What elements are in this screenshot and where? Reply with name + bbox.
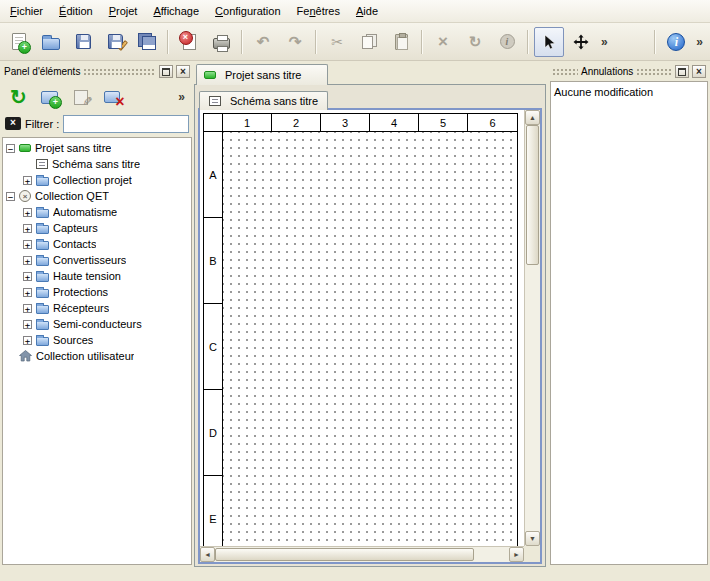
- scroll-up-button[interactable]: [525, 110, 540, 125]
- tree-item-sources[interactable]: Sources: [3, 332, 191, 348]
- vertical-scroll-track[interactable]: [525, 125, 540, 531]
- expand-expander-icon[interactable]: [23, 288, 32, 297]
- new-document-button[interactable]: [4, 27, 34, 57]
- dock-grip: [636, 68, 672, 75]
- vertical-scrollbar[interactable]: [524, 110, 540, 546]
- project-icon: [204, 71, 216, 79]
- undo-empty-state[interactable]: Aucune modification: [554, 84, 704, 99]
- tree-item-haute-tension[interactable]: Haute tension: [3, 268, 191, 284]
- tree-item-protections[interactable]: Protections: [3, 284, 191, 300]
- open-folder-icon: [42, 38, 60, 50]
- save-all-button[interactable]: [132, 27, 162, 57]
- tree-item-semi-conducteurs[interactable]: Semi-conducteurs: [3, 316, 191, 332]
- about-qet-button[interactable]: i: [661, 27, 691, 57]
- tree-item-automatisme[interactable]: Automatisme: [3, 204, 191, 220]
- folder-icon: [36, 321, 49, 330]
- save-button[interactable]: [68, 27, 98, 57]
- tree-item-collection-qet[interactable]: Collection QET: [3, 188, 191, 204]
- collapse-expander-icon[interactable]: [6, 144, 15, 153]
- schema-canvas[interactable]: 1 2 3 4 5 6 A B C D E: [200, 110, 524, 546]
- tree-item-collection-projet[interactable]: Collection projet: [3, 172, 191, 188]
- scroll-down-button[interactable]: [525, 531, 540, 546]
- cut-button[interactable]: [322, 27, 352, 57]
- menu-affichage[interactable]: Affichage: [145, 1, 207, 21]
- tree-item-convertisseurs[interactable]: Convertisseurs: [3, 252, 191, 268]
- dock-close-button[interactable]: [176, 65, 190, 78]
- print-button[interactable]: [206, 27, 236, 57]
- horizontal-scroll-track[interactable]: [215, 547, 509, 562]
- tree-item-recepteurs[interactable]: Récepteurs: [3, 300, 191, 316]
- tree-item-contacts[interactable]: Contacts: [3, 236, 191, 252]
- schema-sheet[interactable]: 1 2 3 4 5 6 A B C D E: [203, 113, 518, 546]
- close-document-button[interactable]: [174, 27, 204, 57]
- open-document-button[interactable]: [36, 27, 66, 57]
- row-header: C: [204, 304, 223, 390]
- tree-item-schema[interactable]: Schéma sans titre: [3, 156, 191, 172]
- save-as-button[interactable]: [100, 27, 130, 57]
- undo-history-list[interactable]: Aucune modification: [550, 81, 708, 565]
- sheet-corner: [204, 114, 223, 132]
- undo-dock-titlebar[interactable]: Annulations: [550, 64, 708, 79]
- reload-collections-button[interactable]: [5, 84, 32, 111]
- redo-button[interactable]: [280, 27, 310, 57]
- menu-aide[interactable]: Aide: [348, 1, 386, 21]
- tree-item-collection-utilisateur[interactable]: Collection utilisateur: [3, 348, 191, 364]
- select-tool-button[interactable]: [534, 27, 564, 57]
- expand-expander-icon[interactable]: [23, 240, 32, 249]
- menu-edition[interactable]: Édition: [51, 1, 101, 21]
- toolbar-overflow-chevron-right[interactable]: »: [692, 35, 707, 49]
- folder-icon: [36, 305, 49, 314]
- menu-configuration[interactable]: Configuration: [207, 1, 288, 21]
- expand-expander-icon[interactable]: [23, 320, 32, 329]
- delete-element-button[interactable]: [98, 84, 125, 111]
- dotted-grid[interactable]: [223, 132, 517, 546]
- blue-info-circle-icon: i: [667, 33, 685, 51]
- expand-expander-icon[interactable]: [23, 304, 32, 313]
- delete-button[interactable]: [428, 27, 458, 57]
- expand-expander-icon[interactable]: [23, 224, 32, 233]
- project-tab[interactable]: Projet sans titre: [196, 64, 328, 85]
- elements-tree[interactable]: Projet sans titre Schéma sans titre Coll…: [2, 137, 192, 565]
- clear-filter-icon[interactable]: [5, 117, 21, 130]
- row-header: A: [204, 132, 223, 218]
- horizontal-scrollbar[interactable]: [200, 546, 524, 562]
- pan-tool-button[interactable]: [566, 27, 596, 57]
- edit-element-icon: [74, 90, 88, 105]
- new-element-button[interactable]: [36, 84, 63, 111]
- dock-float-button[interactable]: [675, 65, 689, 78]
- collapse-expander-icon[interactable]: [6, 192, 15, 201]
- dock-close-button[interactable]: [692, 65, 706, 78]
- close-document-icon: [183, 34, 196, 50]
- object-info-button[interactable]: i: [492, 27, 522, 57]
- tree-item-project[interactable]: Projet sans titre: [3, 140, 191, 156]
- copy-button[interactable]: [354, 27, 384, 57]
- expand-expander-icon[interactable]: [23, 208, 32, 217]
- folder-icon: [36, 273, 49, 282]
- expand-expander-icon[interactable]: [23, 256, 32, 265]
- paste-button[interactable]: [386, 27, 416, 57]
- folder-icon: [36, 337, 49, 346]
- column-header: 1: [223, 114, 272, 132]
- expand-expander-icon[interactable]: [23, 272, 32, 281]
- elements-panel-titlebar[interactable]: Panel d'éléments: [2, 64, 192, 79]
- toolbar-overflow-chevron[interactable]: »: [597, 35, 612, 49]
- panel-overflow-chevron[interactable]: »: [174, 90, 189, 104]
- menu-projet[interactable]: Projet: [101, 1, 146, 21]
- scroll-right-button[interactable]: [509, 547, 524, 562]
- filter-input[interactable]: [63, 115, 189, 133]
- scroll-left-button[interactable]: [200, 547, 215, 562]
- menu-fenetres[interactable]: Fenêtres: [289, 1, 348, 21]
- edit-element-button[interactable]: [67, 84, 94, 111]
- expand-expander-icon[interactable]: [23, 176, 32, 185]
- dock-float-button[interactable]: [159, 65, 173, 78]
- vertical-scroll-thumb[interactable]: [526, 125, 539, 265]
- schema-tab[interactable]: Schéma sans titre: [199, 91, 328, 110]
- undo-button[interactable]: [248, 27, 278, 57]
- tree-item-capteurs[interactable]: Capteurs: [3, 220, 191, 236]
- menu-fichier[interactable]: Fichier: [2, 1, 51, 21]
- redo-icon: [289, 34, 302, 49]
- dock-grip: [83, 68, 156, 75]
- expand-expander-icon[interactable]: [23, 336, 32, 345]
- rotate-button[interactable]: [460, 27, 490, 57]
- horizontal-scroll-thumb[interactable]: [215, 548, 474, 561]
